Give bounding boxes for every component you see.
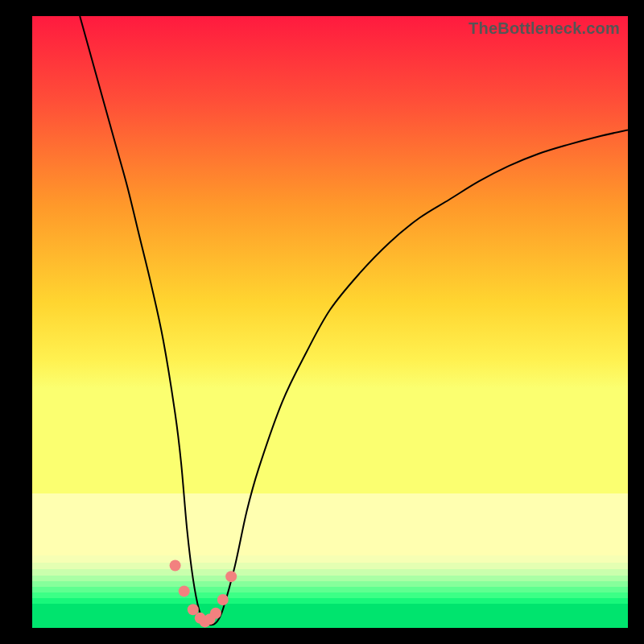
chart-stage: TheBottleneck.com xyxy=(0,0,644,644)
plot-area: TheBottleneck.com xyxy=(32,16,628,628)
bottleneck-marker xyxy=(210,608,221,619)
bottleneck-marker xyxy=(225,571,237,582)
bottleneck-marker xyxy=(179,585,190,597)
bottleneck-marker xyxy=(217,594,229,605)
bottleneck-marker xyxy=(170,559,181,571)
bottleneck-curve xyxy=(80,16,628,625)
curve-layer xyxy=(32,16,628,628)
